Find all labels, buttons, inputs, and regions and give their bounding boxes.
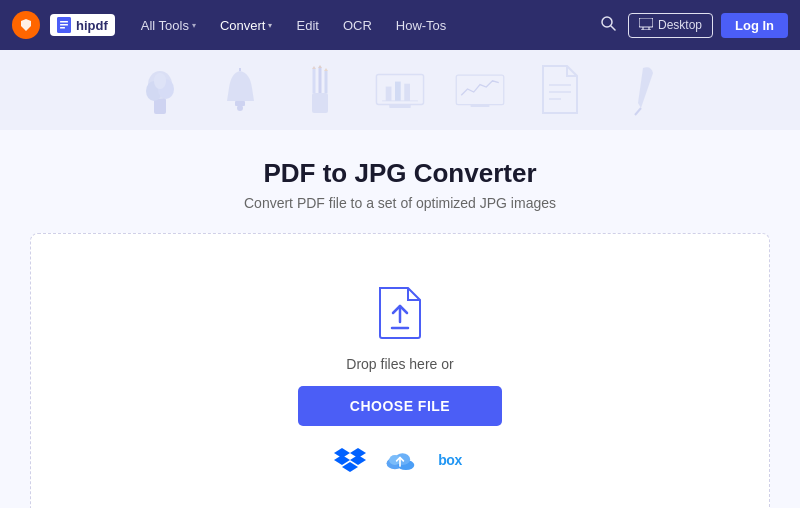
pencilpot-illustration	[295, 63, 345, 118]
hipdf-logo-icon	[57, 17, 71, 33]
navbar: hipdf All Tools ▾ Convert ▾ Edit OCR How…	[0, 0, 800, 50]
svg-point-14	[154, 73, 166, 89]
svg-point-16	[237, 105, 243, 111]
svg-rect-28	[404, 83, 410, 100]
chevron-down-icon: ▾	[268, 21, 272, 30]
box-icon[interactable]: box	[434, 446, 466, 474]
dropbox-icon[interactable]	[334, 446, 366, 474]
svg-rect-1	[60, 21, 68, 23]
svg-line-36	[635, 108, 641, 115]
page-subtitle: Convert PDF file to a set of optimized J…	[244, 195, 556, 211]
svg-marker-23	[324, 68, 328, 71]
hipdf-logo[interactable]: hipdf	[50, 14, 115, 36]
dropzone[interactable]: Drop files here or CHOOSE FILE	[30, 233, 770, 508]
hero-banner	[0, 50, 800, 130]
svg-marker-22	[318, 65, 322, 68]
nav-all-tools[interactable]: All Tools ▾	[131, 12, 206, 39]
drop-text: Drop files here or	[346, 356, 453, 372]
upload-icon	[374, 284, 426, 342]
svg-marker-24	[312, 66, 316, 69]
document-illustration	[535, 63, 585, 118]
page-title: PDF to JPG Converter	[263, 158, 536, 189]
svg-rect-31	[456, 75, 504, 104]
onedrive-icon[interactable]	[384, 446, 416, 474]
bell-illustration	[215, 63, 265, 118]
login-button[interactable]: Log In	[721, 13, 788, 38]
svg-rect-27	[395, 81, 401, 100]
main-content: PDF to JPG Converter Convert PDF file to…	[0, 130, 800, 508]
desktop-button[interactable]: Desktop	[628, 13, 713, 38]
svg-point-47	[389, 455, 401, 465]
search-icon[interactable]	[596, 11, 620, 39]
svg-rect-18	[312, 93, 328, 113]
nav-convert[interactable]: Convert ▾	[210, 12, 283, 39]
svg-rect-32	[471, 104, 490, 107]
nav-how-tos[interactable]: How-Tos	[386, 12, 457, 39]
hero-illustrations	[135, 63, 665, 118]
svg-rect-6	[639, 18, 653, 27]
svg-rect-3	[60, 27, 65, 29]
choose-file-button[interactable]: CHOOSE FILE	[298, 386, 502, 426]
barchart-illustration	[375, 63, 425, 118]
nav-edit[interactable]: Edit	[286, 12, 328, 39]
svg-line-5	[611, 26, 615, 30]
hipdf-logo-text: hipdf	[76, 18, 108, 33]
desktop-icon	[639, 18, 653, 33]
svg-rect-2	[60, 24, 68, 26]
chevron-down-icon: ▾	[192, 21, 196, 30]
nav-items: All Tools ▾ Convert ▾ Edit OCR How-Tos	[131, 12, 596, 39]
wondershare-brand	[12, 11, 40, 39]
svg-rect-26	[386, 86, 392, 100]
wondershare-logo	[12, 11, 40, 39]
linechart-illustration	[455, 63, 505, 118]
nav-right: Desktop Log In	[596, 11, 788, 39]
pen-illustration	[615, 63, 665, 118]
svg-rect-30	[389, 104, 410, 108]
nav-ocr[interactable]: OCR	[333, 12, 382, 39]
plant-illustration	[135, 63, 185, 118]
cloud-icons: box	[334, 446, 466, 474]
